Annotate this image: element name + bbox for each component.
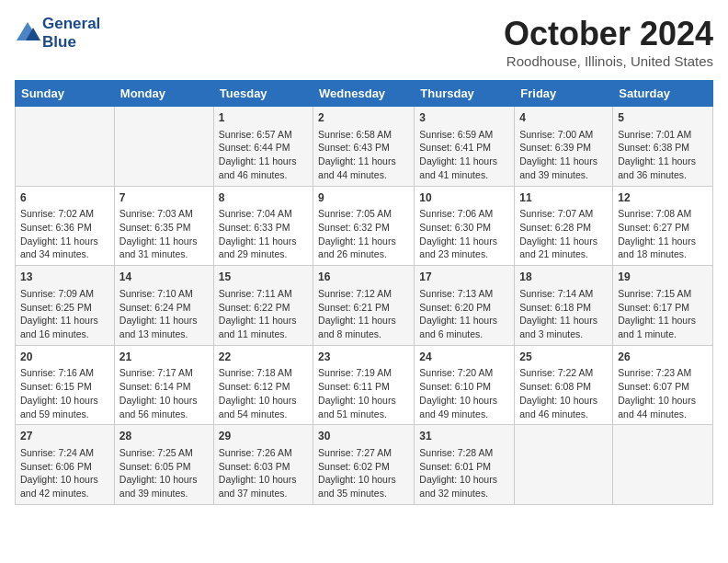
sunset-text: Sunset: 6:33 PM: [219, 221, 308, 235]
calendar-cell: 18Sunrise: 7:14 AMSunset: 6:18 PMDayligh…: [515, 266, 613, 346]
day-number: 28: [119, 429, 209, 444]
calendar-cell: 4Sunrise: 7:00 AMSunset: 6:39 PMDaylight…: [515, 107, 613, 187]
daylight-text: Daylight: 11 hours and 11 minutes.: [219, 314, 308, 340]
daylight-text: Daylight: 11 hours and 46 minutes.: [219, 155, 308, 181]
calendar-week-row: 27Sunrise: 7:24 AMSunset: 6:06 PMDayligh…: [16, 425, 713, 505]
day-number: 9: [318, 190, 409, 206]
calendar-cell: 15Sunrise: 7:11 AMSunset: 6:22 PMDayligh…: [213, 266, 313, 346]
day-number: 18: [519, 270, 608, 285]
calendar-week-row: 1Sunrise: 6:57 AMSunset: 6:44 PMDaylight…: [16, 107, 713, 187]
weekday-header: Wednesday: [313, 81, 415, 107]
sunrise-text: Sunrise: 7:10 AM: [119, 287, 209, 301]
weekday-header-row: SundayMondayTuesdayWednesdayThursdayFrid…: [16, 81, 713, 107]
sunrise-text: Sunrise: 7:04 AM: [219, 207, 308, 221]
day-number: 7: [119, 190, 209, 206]
sunrise-text: Sunrise: 7:00 AM: [519, 128, 608, 142]
sunset-text: Sunset: 6:22 PM: [219, 301, 308, 315]
day-number: 13: [20, 270, 109, 285]
sunrise-text: Sunrise: 6:57 AM: [219, 128, 308, 142]
calendar-cell: 1Sunrise: 6:57 AMSunset: 6:44 PMDaylight…: [213, 107, 313, 187]
daylight-text: Daylight: 10 hours and 32 minutes.: [419, 473, 509, 500]
location: Roodhouse, Illinois, United States: [504, 53, 713, 69]
calendar-cell: 23Sunrise: 7:19 AMSunset: 6:11 PMDayligh…: [313, 345, 415, 425]
day-number: 4: [519, 110, 608, 126]
sunset-text: Sunset: 6:21 PM: [318, 301, 409, 315]
sunrise-text: Sunrise: 7:16 AM: [20, 366, 109, 380]
logo: General Blue: [15, 15, 100, 51]
calendar-week-row: 6Sunrise: 7:02 AMSunset: 6:36 PMDaylight…: [16, 186, 713, 266]
sunset-text: Sunset: 6:03 PM: [219, 460, 308, 474]
sunset-text: Sunset: 6:41 PM: [419, 141, 509, 155]
calendar-cell: 25Sunrise: 7:22 AMSunset: 6:08 PMDayligh…: [515, 345, 613, 425]
sunset-text: Sunset: 6:11 PM: [318, 380, 409, 394]
logo-text: General Blue: [42, 15, 100, 51]
day-number: 30: [318, 429, 409, 444]
sunrise-text: Sunrise: 7:11 AM: [219, 287, 308, 301]
calendar-cell: [16, 107, 115, 187]
calendar-cell: 29Sunrise: 7:26 AMSunset: 6:03 PMDayligh…: [213, 425, 313, 505]
daylight-text: Daylight: 11 hours and 1 minute.: [618, 314, 708, 340]
page-header: General Blue October 2024 Roodhouse, Ill…: [15, 15, 713, 69]
daylight-text: Daylight: 10 hours and 51 minutes.: [318, 394, 409, 420]
daylight-text: Daylight: 11 hours and 13 minutes.: [119, 314, 209, 340]
daylight-text: Daylight: 10 hours and 56 minutes.: [119, 394, 209, 420]
daylight-text: Daylight: 11 hours and 41 minutes.: [419, 155, 509, 181]
calendar-cell: 3Sunrise: 6:59 AMSunset: 6:41 PMDaylight…: [415, 107, 515, 187]
daylight-text: Daylight: 11 hours and 36 minutes.: [618, 155, 708, 181]
sunset-text: Sunset: 6:35 PM: [119, 221, 209, 235]
calendar-week-row: 13Sunrise: 7:09 AMSunset: 6:25 PMDayligh…: [16, 266, 713, 346]
sunrise-text: Sunrise: 7:26 AM: [219, 446, 308, 460]
day-number: 6: [20, 190, 109, 206]
daylight-text: Daylight: 10 hours and 42 minutes.: [20, 473, 109, 500]
weekday-header: Monday: [114, 81, 213, 107]
sunrise-text: Sunrise: 7:23 AM: [618, 366, 708, 380]
daylight-text: Daylight: 10 hours and 35 minutes.: [318, 473, 409, 500]
sunset-text: Sunset: 6:39 PM: [519, 141, 608, 155]
day-number: 17: [419, 270, 509, 285]
calendar-cell: [114, 107, 213, 187]
calendar-cell: 19Sunrise: 7:15 AMSunset: 6:17 PMDayligh…: [613, 266, 713, 346]
sunrise-text: Sunrise: 7:05 AM: [318, 207, 409, 221]
month-title: October 2024: [504, 15, 713, 53]
logo-icon: [15, 20, 40, 46]
sunset-text: Sunset: 6:36 PM: [20, 221, 109, 235]
sunrise-text: Sunrise: 7:01 AM: [618, 128, 708, 142]
sunset-text: Sunset: 6:17 PM: [618, 301, 708, 315]
daylight-text: Daylight: 11 hours and 34 minutes.: [20, 235, 109, 261]
daylight-text: Daylight: 10 hours and 54 minutes.: [219, 394, 308, 420]
calendar-cell: 9Sunrise: 7:05 AMSunset: 6:32 PMDaylight…: [313, 186, 415, 266]
sunset-text: Sunset: 6:28 PM: [519, 221, 608, 235]
calendar-cell: 6Sunrise: 7:02 AMSunset: 6:36 PMDaylight…: [16, 186, 115, 266]
daylight-text: Daylight: 11 hours and 8 minutes.: [318, 314, 409, 340]
day-number: 5: [618, 110, 708, 126]
sunset-text: Sunset: 6:10 PM: [419, 380, 509, 394]
sunset-text: Sunset: 6:27 PM: [618, 221, 708, 235]
day-number: 15: [219, 270, 308, 285]
sunrise-text: Sunrise: 7:15 AM: [618, 287, 708, 301]
weekday-header: Saturday: [613, 81, 713, 107]
calendar-cell: 10Sunrise: 7:06 AMSunset: 6:30 PMDayligh…: [415, 186, 515, 266]
sunrise-text: Sunrise: 7:03 AM: [119, 207, 209, 221]
day-number: 8: [219, 190, 308, 206]
sunset-text: Sunset: 6:07 PM: [618, 380, 708, 394]
calendar-cell: 8Sunrise: 7:04 AMSunset: 6:33 PMDaylight…: [213, 186, 313, 266]
calendar-cell: 22Sunrise: 7:18 AMSunset: 6:12 PMDayligh…: [213, 345, 313, 425]
calendar-cell: 17Sunrise: 7:13 AMSunset: 6:20 PMDayligh…: [415, 266, 515, 346]
calendar-cell: 11Sunrise: 7:07 AMSunset: 6:28 PMDayligh…: [515, 186, 613, 266]
sunset-text: Sunset: 6:25 PM: [20, 301, 109, 315]
calendar-cell: [515, 425, 613, 505]
daylight-text: Daylight: 11 hours and 44 minutes.: [318, 155, 409, 181]
sunrise-text: Sunrise: 7:14 AM: [519, 287, 608, 301]
day-number: 12: [618, 190, 708, 206]
day-number: 20: [20, 350, 109, 365]
calendar-cell: 20Sunrise: 7:16 AMSunset: 6:15 PMDayligh…: [16, 345, 115, 425]
sunset-text: Sunset: 6:01 PM: [419, 460, 509, 474]
sunset-text: Sunset: 6:14 PM: [119, 380, 209, 394]
daylight-text: Daylight: 11 hours and 21 minutes.: [519, 235, 608, 261]
daylight-text: Daylight: 11 hours and 3 minutes.: [519, 314, 608, 340]
sunrise-text: Sunrise: 7:24 AM: [20, 446, 109, 460]
calendar-cell: 21Sunrise: 7:17 AMSunset: 6:14 PMDayligh…: [114, 345, 213, 425]
daylight-text: Daylight: 10 hours and 37 minutes.: [219, 473, 308, 500]
sunrise-text: Sunrise: 7:08 AM: [618, 207, 708, 221]
sunrise-text: Sunrise: 7:09 AM: [20, 287, 109, 301]
